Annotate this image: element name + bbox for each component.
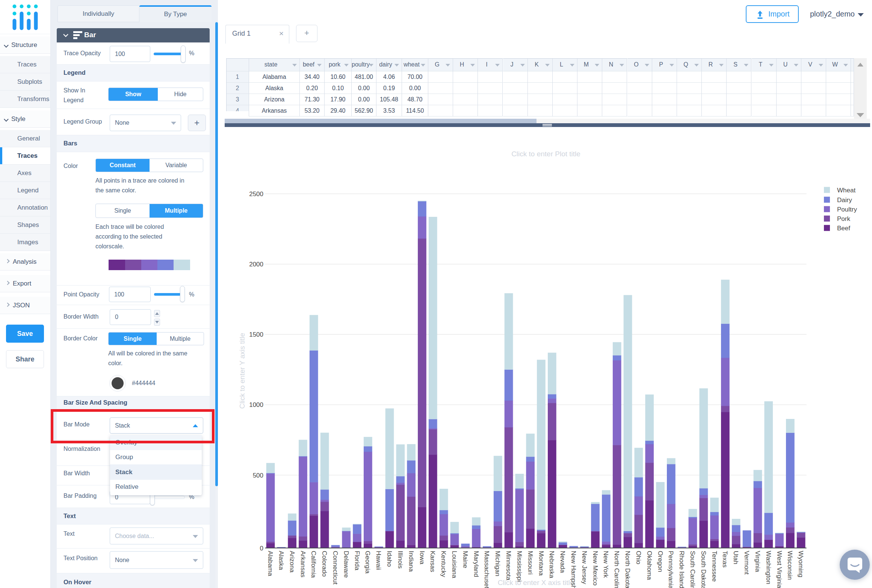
svg-text:Michigan: Michigan [494, 551, 501, 576]
svg-text:Wyoming: Wyoming [797, 551, 804, 577]
svg-text:Colorado: Colorado [321, 551, 328, 577]
svg-text:Click to enter Plot title: Click to enter Plot title [511, 150, 580, 158]
svg-text:Wisconsin: Wisconsin [786, 551, 793, 580]
svg-text:Texas: Texas [721, 551, 728, 567]
svg-text:Beef: Beef [837, 225, 850, 232]
svg-text:Oregon: Oregon [657, 551, 664, 572]
svg-text:Ohio: Ohio [635, 551, 642, 564]
svg-text:South Carolina: South Carolina [689, 551, 696, 588]
svg-text:Iowa: Iowa [419, 551, 426, 564]
svg-text:Mississippi: Mississippi [516, 551, 523, 582]
svg-text:California: California [310, 551, 317, 578]
svg-text:Click to enter Y axis title: Click to enter Y axis title [238, 333, 246, 409]
svg-text:Arkansas: Arkansas [299, 551, 307, 577]
svg-text:Utah: Utah [732, 551, 739, 564]
svg-text:New Jersey: New Jersey [581, 551, 588, 584]
svg-text:Pork: Pork [837, 215, 850, 222]
svg-text:Connecticut: Connecticut [332, 551, 339, 585]
svg-text:Poultry: Poultry [837, 206, 857, 213]
svg-text:Illinois: Illinois [397, 551, 404, 568]
svg-text:North Dakota: North Dakota [624, 551, 631, 588]
svg-text:0: 0 [260, 545, 263, 552]
svg-text:Wheat: Wheat [837, 187, 855, 194]
svg-text:Idaho: Idaho [386, 551, 393, 567]
svg-text:Alabama: Alabama [267, 551, 274, 576]
svg-text:Massachusetts: Massachusetts [483, 551, 490, 588]
svg-text:Kentucky: Kentucky [440, 551, 447, 577]
svg-text:New Mexico: New Mexico [592, 551, 599, 586]
svg-text:Kansas: Kansas [429, 551, 436, 572]
svg-text:Washington: Washington [765, 551, 772, 584]
svg-text:Oklahoma: Oklahoma [646, 551, 653, 580]
svg-text:West Virginia: West Virginia [776, 551, 783, 588]
svg-text:North Carolina: North Carolina [613, 551, 620, 588]
svg-text:Pennsylvania: Pennsylvania [667, 551, 674, 588]
svg-text:Rhode Island: Rhode Island [678, 551, 685, 588]
svg-text:500: 500 [253, 472, 263, 479]
svg-text:1500: 1500 [249, 331, 263, 338]
svg-text:Maryland: Maryland [473, 551, 480, 577]
svg-text:2500: 2500 [249, 190, 263, 198]
svg-text:Arizona: Arizona [289, 551, 296, 573]
svg-text:New Hampshire: New Hampshire [570, 551, 577, 588]
svg-text:Vermont: Vermont [743, 551, 750, 575]
svg-text:Dairy: Dairy [837, 197, 852, 204]
svg-text:Nevada: Nevada [559, 551, 566, 573]
svg-text:Nebraska: Nebraska [548, 551, 555, 578]
svg-text:Hawaii: Hawaii [375, 551, 382, 570]
svg-text:Florida: Florida [354, 551, 361, 571]
svg-text:Missouri: Missouri [527, 551, 534, 574]
svg-text:1000: 1000 [249, 401, 263, 408]
svg-text:Louisiana: Louisiana [451, 551, 458, 578]
svg-text:2000: 2000 [249, 261, 263, 268]
svg-text:Delaware: Delaware [343, 551, 350, 578]
svg-text:Montana: Montana [538, 551, 545, 576]
svg-text:Georgia: Georgia [364, 551, 371, 574]
svg-text:New York: New York [602, 551, 609, 578]
svg-text:Minnesota: Minnesota [505, 551, 512, 580]
svg-text:Tennessee: Tennessee [711, 551, 718, 582]
svg-text:Maine: Maine [462, 551, 469, 568]
svg-text:Indiana: Indiana [408, 551, 415, 572]
svg-text:South Dakota: South Dakota [700, 551, 707, 588]
svg-text:Alaska: Alaska [278, 551, 285, 570]
svg-text:Virginia: Virginia [754, 551, 761, 572]
